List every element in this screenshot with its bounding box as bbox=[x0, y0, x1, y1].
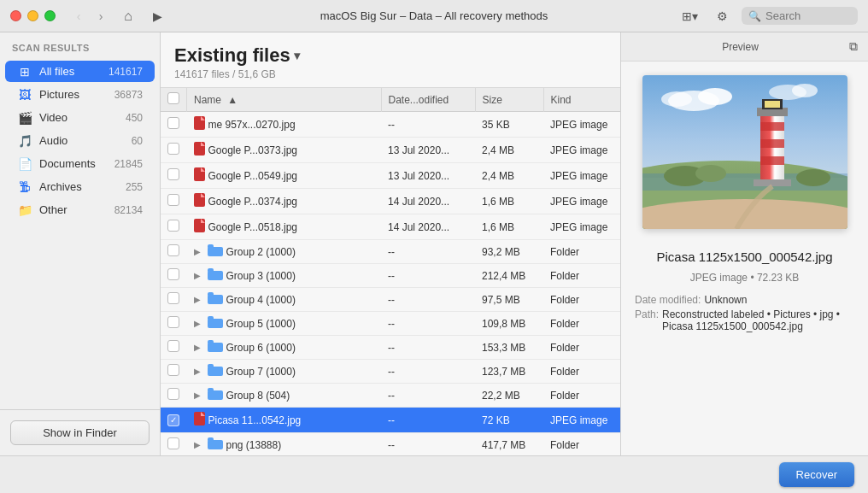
table-row[interactable]: Google P...0374.jpg14 Jul 2020...1,6 MBJ… bbox=[161, 189, 620, 214]
row-checkbox-cell bbox=[161, 433, 187, 456]
row-checkbox[interactable] bbox=[167, 117, 179, 129]
preview-path-row: Path: Reconstructed labeled • Pictures •… bbox=[635, 308, 854, 332]
sidebar-footer: Show in Finder bbox=[0, 409, 160, 455]
sidebar-item-other[interactable]: 📁 Other 82134 bbox=[5, 199, 155, 220]
sidebar-item-audio[interactable]: 🎵 Audio 60 bbox=[5, 130, 155, 151]
table-row[interactable]: Google P...0549.jpg13 Jul 2020...2,4 MBJ… bbox=[161, 163, 620, 189]
row-date: -- bbox=[381, 433, 475, 456]
folder-icon bbox=[208, 268, 223, 283]
row-name: Google P...0549.jpg bbox=[187, 163, 382, 189]
preview-date-value: Unknown bbox=[704, 294, 747, 306]
file-table: Name ▲ Date...odified Size Kind me 957x.… bbox=[161, 88, 620, 455]
svg-rect-8 bbox=[194, 219, 205, 232]
sidebar-item-video[interactable]: 🎬 Video 450 bbox=[5, 107, 155, 128]
select-all-checkbox[interactable] bbox=[167, 92, 179, 104]
sidebar-item-documents[interactable]: 📄 Documents 21845 bbox=[5, 153, 155, 174]
row-kind: Folder bbox=[543, 264, 620, 288]
row-name-text: Group 3 (1000) bbox=[226, 270, 296, 282]
filter-button[interactable]: ⚙ bbox=[712, 7, 733, 26]
row-name: Picasa 11...0542.jpg bbox=[187, 408, 382, 433]
svg-rect-46 bbox=[760, 139, 784, 148]
table-row[interactable]: ▶Group 7 (1000)--123,7 MBFolder bbox=[161, 360, 620, 384]
minimize-button[interactable] bbox=[27, 10, 38, 21]
row-checkbox[interactable] bbox=[167, 340, 179, 352]
row-date: -- bbox=[381, 312, 475, 336]
archives-icon: 🗜 bbox=[17, 181, 32, 193]
row-checkbox[interactable] bbox=[167, 388, 179, 400]
table-row[interactable]: ▶Group 5 (1000)--109,8 MBFolder bbox=[161, 312, 620, 336]
back-button[interactable]: ‹ bbox=[69, 7, 88, 26]
view-options-button[interactable]: ⊞▾ bbox=[677, 7, 703, 26]
expand-arrow-icon[interactable]: ▶ bbox=[194, 247, 201, 256]
row-checkbox[interactable] bbox=[167, 194, 179, 206]
close-button[interactable] bbox=[10, 10, 21, 21]
expand-arrow-icon[interactable]: ▶ bbox=[194, 390, 201, 400]
play-button[interactable]: ▶ bbox=[146, 5, 168, 27]
titlebar-right: ⊞▾ ⚙ 🔍 bbox=[677, 7, 858, 26]
maximize-button[interactable] bbox=[44, 10, 56, 21]
expand-arrow-icon[interactable]: ▶ bbox=[194, 271, 201, 280]
recover-button[interactable]: Recover bbox=[779, 462, 854, 487]
row-checkbox[interactable] bbox=[167, 292, 179, 304]
expand-arrow-icon[interactable]: ▶ bbox=[194, 319, 201, 328]
row-checkbox[interactable] bbox=[167, 220, 179, 232]
th-name[interactable]: Name ▲ bbox=[187, 88, 382, 112]
home-button[interactable]: ⌂ bbox=[117, 5, 139, 27]
jpeg-icon bbox=[194, 167, 205, 184]
forward-button[interactable]: › bbox=[91, 7, 110, 26]
file-table-container[interactable]: Name ▲ Date...odified Size Kind me 957x.… bbox=[161, 88, 620, 455]
sidebar-item-all-files[interactable]: ⊞ All files 141617 bbox=[5, 61, 155, 82]
row-checkbox[interactable] bbox=[167, 244, 179, 256]
row-checkbox[interactable] bbox=[167, 364, 179, 376]
row-date: -- bbox=[381, 240, 475, 264]
table-row[interactable]: Picasa 11...0542.jpg--72 KBJPEG image bbox=[161, 408, 620, 433]
dropdown-arrow-icon[interactable]: ▾ bbox=[294, 49, 300, 62]
row-checkbox-cell bbox=[161, 138, 187, 163]
svg-rect-4 bbox=[194, 167, 205, 181]
row-checkbox[interactable] bbox=[167, 437, 179, 449]
th-checkbox[interactable] bbox=[161, 88, 187, 112]
row-date: 13 Jul 2020... bbox=[381, 138, 475, 163]
preview-copy-button[interactable]: ⧉ bbox=[849, 39, 858, 54]
table-row[interactable]: ▶Group 4 (1000)--97,5 MBFolder bbox=[161, 288, 620, 312]
sidebar-count-video: 450 bbox=[126, 112, 143, 124]
table-row[interactable]: me 957x...0270.jpg--35 KBJPEG image bbox=[161, 112, 620, 138]
expand-arrow-icon[interactable]: ▶ bbox=[194, 343, 201, 352]
row-checkbox[interactable] bbox=[167, 414, 179, 426]
table-row[interactable]: Google P...0373.jpg13 Jul 2020...2,4 MBJ… bbox=[161, 138, 620, 163]
sidebar-count-pictures: 36873 bbox=[114, 89, 143, 101]
folder-icon bbox=[208, 316, 223, 331]
table-row[interactable]: ▶Group 3 (1000)--212,4 MBFolder bbox=[161, 264, 620, 288]
th-kind[interactable]: Kind bbox=[543, 88, 620, 112]
expand-arrow-icon[interactable]: ▶ bbox=[194, 367, 201, 376]
row-kind: Folder bbox=[543, 336, 620, 360]
table-row[interactable]: ▶Group 6 (1000)--153,3 MBFolder bbox=[161, 336, 620, 360]
table-row[interactable]: ▶Group 8 (504)--22,2 MBFolder bbox=[161, 384, 620, 408]
table-row[interactable]: ▶png (13888)--417,7 MBFolder bbox=[161, 433, 620, 456]
expand-arrow-icon[interactable]: ▶ bbox=[194, 295, 201, 304]
table-row[interactable]: Google P...0518.jpg14 Jul 2020...1,6 MBJ… bbox=[161, 214, 620, 240]
row-name-text: Group 4 (1000) bbox=[226, 294, 296, 306]
show-in-finder-button[interactable]: Show in Finder bbox=[10, 420, 150, 445]
row-checkbox[interactable] bbox=[167, 168, 179, 180]
row-checkbox[interactable] bbox=[167, 316, 179, 328]
search-input[interactable] bbox=[765, 9, 851, 22]
row-size: 97,5 MB bbox=[475, 288, 543, 312]
row-checkbox[interactable] bbox=[167, 143, 179, 155]
th-date[interactable]: Date...odified bbox=[381, 88, 475, 112]
row-name: ▶Group 6 (1000) bbox=[187, 336, 382, 360]
th-size[interactable]: Size bbox=[475, 88, 543, 112]
svg-rect-6 bbox=[194, 193, 205, 207]
folder-icon bbox=[208, 340, 223, 355]
svg-rect-17 bbox=[208, 316, 214, 320]
table-row[interactable]: ▶Group 2 (1000)--93,2 MBFolder bbox=[161, 240, 620, 264]
sidebar-item-archives[interactable]: 🗜 Archives 255 bbox=[5, 176, 155, 197]
row-checkbox[interactable] bbox=[167, 268, 179, 280]
sidebar-item-pictures[interactable]: 🖼 Pictures 36873 bbox=[5, 84, 155, 105]
row-name-text: Group 2 (1000) bbox=[226, 246, 296, 258]
expand-arrow-icon[interactable]: ▶ bbox=[194, 440, 201, 449]
content-title-text: Existing files bbox=[174, 44, 290, 67]
row-size: 123,7 MB bbox=[475, 360, 543, 384]
row-name: ▶Group 2 (1000) bbox=[187, 240, 382, 264]
row-name: ▶png (13888) bbox=[187, 433, 382, 456]
